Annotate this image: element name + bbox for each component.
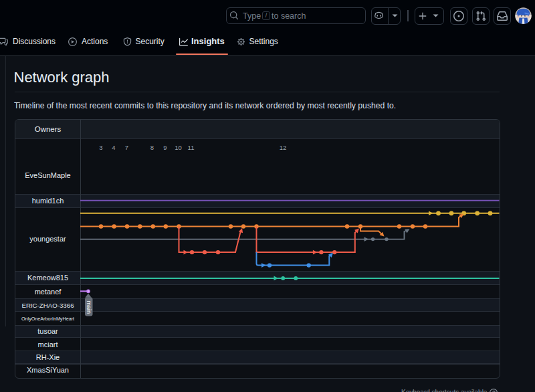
svg-text:main: main xyxy=(86,301,92,314)
